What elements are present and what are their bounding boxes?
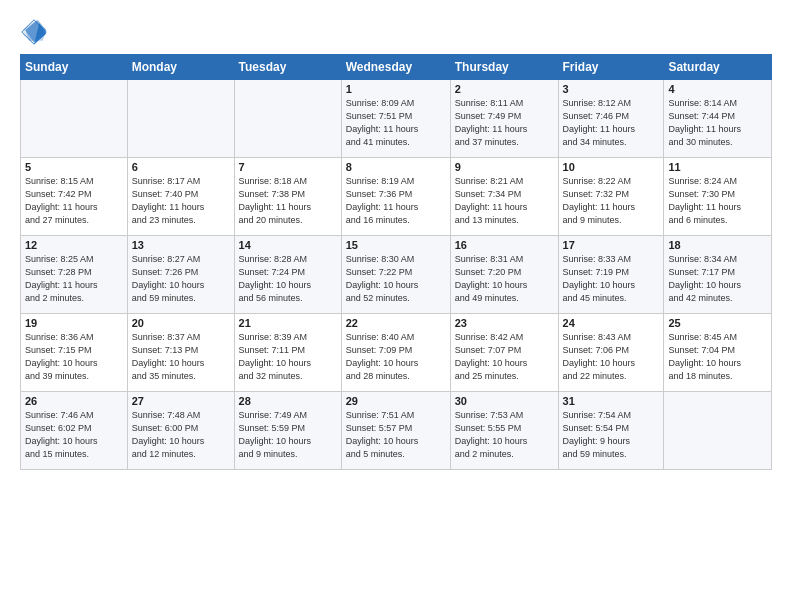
calendar-cell: 14Sunrise: 8:28 AM Sunset: 7:24 PM Dayli… — [234, 236, 341, 314]
day-number: 19 — [25, 317, 123, 329]
day-number: 3 — [563, 83, 660, 95]
day-number: 27 — [132, 395, 230, 407]
day-number: 6 — [132, 161, 230, 173]
day-info: Sunrise: 8:42 AM Sunset: 7:07 PM Dayligh… — [455, 331, 554, 383]
day-number: 22 — [346, 317, 446, 329]
calendar-cell: 12Sunrise: 8:25 AM Sunset: 7:28 PM Dayli… — [21, 236, 128, 314]
calendar-cell: 16Sunrise: 8:31 AM Sunset: 7:20 PM Dayli… — [450, 236, 558, 314]
day-info: Sunrise: 8:31 AM Sunset: 7:20 PM Dayligh… — [455, 253, 554, 305]
day-info: Sunrise: 8:24 AM Sunset: 7:30 PM Dayligh… — [668, 175, 767, 227]
day-info: Sunrise: 8:39 AM Sunset: 7:11 PM Dayligh… — [239, 331, 337, 383]
calendar-cell: 5Sunrise: 8:15 AM Sunset: 7:42 PM Daylig… — [21, 158, 128, 236]
day-info: Sunrise: 8:45 AM Sunset: 7:04 PM Dayligh… — [668, 331, 767, 383]
day-number: 15 — [346, 239, 446, 251]
calendar-cell: 27Sunrise: 7:48 AM Sunset: 6:00 PM Dayli… — [127, 392, 234, 470]
day-info: Sunrise: 8:11 AM Sunset: 7:49 PM Dayligh… — [455, 97, 554, 149]
day-number: 31 — [563, 395, 660, 407]
day-info: Sunrise: 8:30 AM Sunset: 7:22 PM Dayligh… — [346, 253, 446, 305]
calendar-cell: 28Sunrise: 7:49 AM Sunset: 5:59 PM Dayli… — [234, 392, 341, 470]
day-info: Sunrise: 8:33 AM Sunset: 7:19 PM Dayligh… — [563, 253, 660, 305]
day-number: 18 — [668, 239, 767, 251]
day-number: 9 — [455, 161, 554, 173]
calendar-cell: 11Sunrise: 8:24 AM Sunset: 7:30 PM Dayli… — [664, 158, 772, 236]
calendar-cell — [664, 392, 772, 470]
day-info: Sunrise: 7:53 AM Sunset: 5:55 PM Dayligh… — [455, 409, 554, 461]
calendar-cell: 8Sunrise: 8:19 AM Sunset: 7:36 PM Daylig… — [341, 158, 450, 236]
day-info: Sunrise: 8:28 AM Sunset: 7:24 PM Dayligh… — [239, 253, 337, 305]
calendar-cell: 20Sunrise: 8:37 AM Sunset: 7:13 PM Dayli… — [127, 314, 234, 392]
day-info: Sunrise: 7:46 AM Sunset: 6:02 PM Dayligh… — [25, 409, 123, 461]
day-number: 14 — [239, 239, 337, 251]
day-number: 13 — [132, 239, 230, 251]
day-info: Sunrise: 7:51 AM Sunset: 5:57 PM Dayligh… — [346, 409, 446, 461]
calendar-cell: 3Sunrise: 8:12 AM Sunset: 7:46 PM Daylig… — [558, 80, 664, 158]
calendar-cell: 7Sunrise: 8:18 AM Sunset: 7:38 PM Daylig… — [234, 158, 341, 236]
day-number: 4 — [668, 83, 767, 95]
calendar-week-5: 26Sunrise: 7:46 AM Sunset: 6:02 PM Dayli… — [21, 392, 772, 470]
calendar-cell: 22Sunrise: 8:40 AM Sunset: 7:09 PM Dayli… — [341, 314, 450, 392]
col-header-tuesday: Tuesday — [234, 55, 341, 80]
calendar-cell: 9Sunrise: 8:21 AM Sunset: 7:34 PM Daylig… — [450, 158, 558, 236]
calendar-cell: 6Sunrise: 8:17 AM Sunset: 7:40 PM Daylig… — [127, 158, 234, 236]
calendar-cell: 30Sunrise: 7:53 AM Sunset: 5:55 PM Dayli… — [450, 392, 558, 470]
day-number: 2 — [455, 83, 554, 95]
calendar-cell: 1Sunrise: 8:09 AM Sunset: 7:51 PM Daylig… — [341, 80, 450, 158]
day-info: Sunrise: 8:27 AM Sunset: 7:26 PM Dayligh… — [132, 253, 230, 305]
day-info: Sunrise: 8:12 AM Sunset: 7:46 PM Dayligh… — [563, 97, 660, 149]
calendar-cell: 25Sunrise: 8:45 AM Sunset: 7:04 PM Dayli… — [664, 314, 772, 392]
day-info: Sunrise: 8:09 AM Sunset: 7:51 PM Dayligh… — [346, 97, 446, 149]
calendar-cell — [234, 80, 341, 158]
calendar-cell: 10Sunrise: 8:22 AM Sunset: 7:32 PM Dayli… — [558, 158, 664, 236]
calendar-cell: 17Sunrise: 8:33 AM Sunset: 7:19 PM Dayli… — [558, 236, 664, 314]
day-number: 26 — [25, 395, 123, 407]
day-info: Sunrise: 8:25 AM Sunset: 7:28 PM Dayligh… — [25, 253, 123, 305]
calendar-cell: 31Sunrise: 7:54 AM Sunset: 5:54 PM Dayli… — [558, 392, 664, 470]
day-info: Sunrise: 8:36 AM Sunset: 7:15 PM Dayligh… — [25, 331, 123, 383]
calendar-cell: 24Sunrise: 8:43 AM Sunset: 7:06 PM Dayli… — [558, 314, 664, 392]
col-header-thursday: Thursday — [450, 55, 558, 80]
col-header-friday: Friday — [558, 55, 664, 80]
calendar-table: SundayMondayTuesdayWednesdayThursdayFrid… — [20, 54, 772, 470]
day-number: 25 — [668, 317, 767, 329]
calendar-cell: 26Sunrise: 7:46 AM Sunset: 6:02 PM Dayli… — [21, 392, 128, 470]
day-number: 11 — [668, 161, 767, 173]
day-info: Sunrise: 8:17 AM Sunset: 7:40 PM Dayligh… — [132, 175, 230, 227]
day-number: 23 — [455, 317, 554, 329]
calendar-cell: 21Sunrise: 8:39 AM Sunset: 7:11 PM Dayli… — [234, 314, 341, 392]
day-number: 30 — [455, 395, 554, 407]
day-info: Sunrise: 8:15 AM Sunset: 7:42 PM Dayligh… — [25, 175, 123, 227]
calendar-header-row: SundayMondayTuesdayWednesdayThursdayFrid… — [21, 55, 772, 80]
calendar-week-4: 19Sunrise: 8:36 AM Sunset: 7:15 PM Dayli… — [21, 314, 772, 392]
day-number: 7 — [239, 161, 337, 173]
calendar-cell: 23Sunrise: 8:42 AM Sunset: 7:07 PM Dayli… — [450, 314, 558, 392]
day-number: 8 — [346, 161, 446, 173]
day-number: 20 — [132, 317, 230, 329]
calendar-week-2: 5Sunrise: 8:15 AM Sunset: 7:42 PM Daylig… — [21, 158, 772, 236]
day-number: 24 — [563, 317, 660, 329]
day-info: Sunrise: 8:43 AM Sunset: 7:06 PM Dayligh… — [563, 331, 660, 383]
page: SundayMondayTuesdayWednesdayThursdayFrid… — [0, 0, 792, 612]
day-info: Sunrise: 7:54 AM Sunset: 5:54 PM Dayligh… — [563, 409, 660, 461]
day-info: Sunrise: 8:21 AM Sunset: 7:34 PM Dayligh… — [455, 175, 554, 227]
col-header-saturday: Saturday — [664, 55, 772, 80]
day-number: 29 — [346, 395, 446, 407]
calendar-cell: 2Sunrise: 8:11 AM Sunset: 7:49 PM Daylig… — [450, 80, 558, 158]
calendar-cell — [127, 80, 234, 158]
calendar-cell: 19Sunrise: 8:36 AM Sunset: 7:15 PM Dayli… — [21, 314, 128, 392]
col-header-sunday: Sunday — [21, 55, 128, 80]
day-number: 28 — [239, 395, 337, 407]
day-number: 5 — [25, 161, 123, 173]
calendar-cell: 13Sunrise: 8:27 AM Sunset: 7:26 PM Dayli… — [127, 236, 234, 314]
day-info: Sunrise: 8:40 AM Sunset: 7:09 PM Dayligh… — [346, 331, 446, 383]
day-number: 16 — [455, 239, 554, 251]
day-info: Sunrise: 8:37 AM Sunset: 7:13 PM Dayligh… — [132, 331, 230, 383]
calendar-week-1: 1Sunrise: 8:09 AM Sunset: 7:51 PM Daylig… — [21, 80, 772, 158]
day-info: Sunrise: 7:48 AM Sunset: 6:00 PM Dayligh… — [132, 409, 230, 461]
calendar-cell: 18Sunrise: 8:34 AM Sunset: 7:17 PM Dayli… — [664, 236, 772, 314]
calendar-week-3: 12Sunrise: 8:25 AM Sunset: 7:28 PM Dayli… — [21, 236, 772, 314]
day-number: 12 — [25, 239, 123, 251]
day-info: Sunrise: 8:18 AM Sunset: 7:38 PM Dayligh… — [239, 175, 337, 227]
logo-icon — [20, 18, 48, 46]
calendar-cell: 15Sunrise: 8:30 AM Sunset: 7:22 PM Dayli… — [341, 236, 450, 314]
day-info: Sunrise: 7:49 AM Sunset: 5:59 PM Dayligh… — [239, 409, 337, 461]
